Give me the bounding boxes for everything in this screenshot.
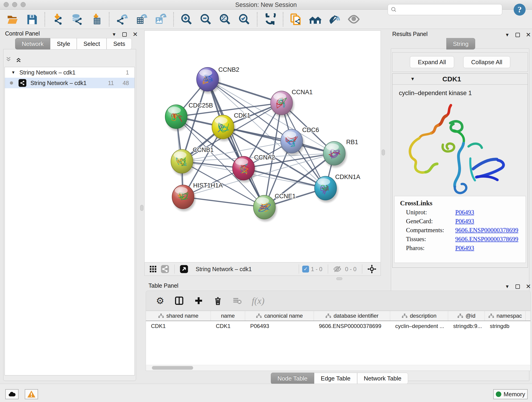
warning-status-button[interactable] <box>25 389 38 399</box>
expand-all-button[interactable]: Expand All <box>410 56 454 68</box>
apply-layout-button[interactable] <box>264 13 276 26</box>
table-panel-title: Table Panel <box>148 282 178 289</box>
table-hscrollbar[interactable] <box>146 365 531 371</box>
zoom-in-button[interactable] <box>180 13 193 26</box>
export-image-button[interactable] <box>154 13 167 26</box>
string-home-button[interactable] <box>309 13 322 26</box>
network-label: String Network – cdk1 <box>31 80 108 86</box>
expand-all-icon[interactable] <box>15 56 22 63</box>
grid-view-icon[interactable] <box>149 265 157 273</box>
node-cdkn1a[interactable] <box>315 176 338 202</box>
memory-button[interactable]: Memory <box>493 389 528 399</box>
table-row[interactable]: CDK1CDK1P064939606.ENSP00000378699cyclin… <box>146 321 530 331</box>
import-table-button[interactable] <box>90 13 102 26</box>
import-network-button[interactable] <box>51 13 64 26</box>
close-panel-icon[interactable]: ✕ <box>526 283 531 290</box>
delete-column-trash-icon[interactable] <box>213 296 222 305</box>
tab-network[interactable]: Network <box>15 38 50 50</box>
minimize-panel-icon[interactable]: ▼ <box>505 32 510 38</box>
node-hist1h1a[interactable] <box>172 185 196 211</box>
node-rb1[interactable] <box>323 141 347 167</box>
help-button[interactable]: ? <box>514 4 526 16</box>
save-session-button[interactable] <box>26 13 38 26</box>
column-header-description[interactable]: description <box>390 311 448 321</box>
node-ccne1[interactable] <box>253 195 277 221</box>
network-collection-row[interactable]: ▼ String Network – cdk1 1 <box>5 67 134 78</box>
share-view-icon[interactable] <box>161 265 169 274</box>
bottom-splitter-handle[interactable] <box>336 277 342 280</box>
minimize-panel-icon[interactable]: ▼ <box>505 284 510 289</box>
minimize-panel-icon[interactable]: ▼ <box>112 32 116 37</box>
crosslink-link[interactable]: P06493 <box>455 218 474 225</box>
selected-nodes-checkbox[interactable]: ✓ <box>302 266 309 273</box>
crosslink-link[interactable]: P06493 <box>455 245 474 252</box>
node-ccnb2[interactable] <box>196 67 220 94</box>
enhanced-graphics-button[interactable] <box>328 13 341 26</box>
birdseye-view-icon[interactable] <box>180 265 188 274</box>
table-cell[interactable]: stringdb <box>485 321 526 331</box>
hidden-eye-icon[interactable] <box>333 265 341 273</box>
collapse-all-button[interactable]: Collapse All <box>463 56 510 68</box>
export-network-button[interactable] <box>116 13 128 26</box>
tab-network-table[interactable]: Network Table <box>357 373 408 384</box>
column-header-canonical-name[interactable]: canonical name <box>245 311 314 321</box>
close-panel-icon[interactable]: ✕ <box>526 31 531 38</box>
scrollbar-thumb[interactable] <box>152 366 193 370</box>
node-label-ccnb1: CCNB1 <box>193 147 214 153</box>
column-header-@id[interactable]: @id <box>448 311 485 321</box>
close-panel-icon[interactable]: ✕ <box>133 31 138 38</box>
cloud-status-button[interactable] <box>5 389 19 399</box>
left-splitter-handle[interactable] <box>140 205 143 211</box>
search-input[interactable] <box>399 6 499 13</box>
node-cdc6[interactable] <box>281 129 304 155</box>
node-cdk1[interactable] <box>212 115 235 141</box>
table-cell[interactable]: cyclin–dependent ... <box>390 321 448 331</box>
function-builder-icon[interactable]: f(x) <box>252 295 265 306</box>
float-panel-icon[interactable] <box>515 33 520 37</box>
tab-sets[interactable]: Sets <box>107 38 132 50</box>
crosslink-label: Pharos: <box>406 245 455 252</box>
tab-style[interactable]: Style <box>50 38 77 50</box>
zoom-selected-button[interactable] <box>238 13 250 26</box>
right-splitter-handle[interactable] <box>382 149 385 155</box>
table-cell[interactable]: P06493 <box>245 321 314 331</box>
table-settings-gear-icon[interactable]: ⚙ <box>156 295 164 306</box>
export-table-button[interactable] <box>135 13 147 26</box>
table-cell[interactable]: CDK1 <box>146 321 211 331</box>
tab-node-table[interactable]: Node Table <box>271 373 314 384</box>
table-cell[interactable]: stringdb:9... <box>448 321 485 331</box>
gene-section-header[interactable]: ▼ CDK1 <box>393 74 528 85</box>
network-canvas[interactable]: CCNB2 CCNA1 CDC25B CDK1 CDC6 RB1 CCNB1 <box>144 31 381 262</box>
zoom-fit-button[interactable] <box>219 13 231 26</box>
import-database-button[interactable] <box>71 13 83 26</box>
copy-network-button[interactable] <box>290 13 302 26</box>
node-ccna1[interactable] <box>271 91 294 117</box>
status-bar: Memory <box>0 384 532 402</box>
column-header-namespac[interactable]: namespac <box>485 311 526 321</box>
section-expander-icon[interactable]: ▼ <box>410 76 415 82</box>
table-cell[interactable]: 9606.ENSP00000378699 <box>314 321 390 331</box>
table-cell[interactable]: CDK1 <box>211 321 245 331</box>
collection-expander-icon[interactable]: ▼ <box>11 70 15 75</box>
column-header-shared-name[interactable]: shared name <box>146 311 211 321</box>
float-panel-icon[interactable] <box>515 284 520 289</box>
tab-edge-table[interactable]: Edge Table <box>314 373 357 384</box>
tab-select[interactable]: Select <box>77 38 107 50</box>
column-header-database-identifier[interactable]: database identifier <box>314 311 390 321</box>
delete-table-icon[interactable] <box>233 296 242 305</box>
show-details-eye-button[interactable] <box>348 13 360 26</box>
column-header-name[interactable]: name <box>211 311 245 321</box>
node-cdc25b[interactable] <box>165 105 189 131</box>
crosslink-link[interactable]: P06493 <box>455 209 474 216</box>
crosslink-link[interactable]: 9606.ENSP00000378699 <box>455 236 518 243</box>
pan-crosshair-icon[interactable] <box>367 264 376 274</box>
add-column-icon[interactable] <box>194 296 203 305</box>
zoom-out-button[interactable] <box>200 13 212 26</box>
collapse-all-icon[interactable] <box>5 56 12 63</box>
network-row[interactable]: String Network – cdk1 11 48 <box>5 78 134 88</box>
results-tab-string[interactable]: String <box>446 38 475 50</box>
open-file-button[interactable] <box>6 13 19 26</box>
float-panel-icon[interactable] <box>122 32 127 37</box>
crosslink-link[interactable]: 9606.ENSP00000378699 <box>455 227 518 234</box>
show-columns-icon[interactable] <box>174 296 184 306</box>
